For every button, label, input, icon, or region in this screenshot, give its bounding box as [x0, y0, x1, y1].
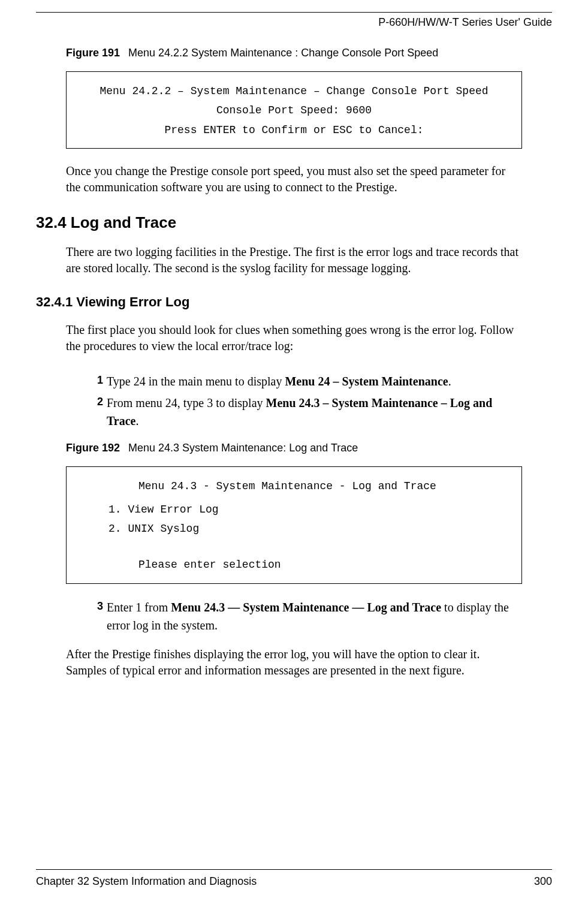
step-text-post: .: [136, 414, 139, 427]
section-heading-32-4: 32.4 Log and Trace: [36, 213, 552, 232]
console-line: Press ENTER to Confirm or ESC to Cancel:: [73, 120, 515, 140]
step-text: From menu 24, type 3 to display Menu 24.…: [107, 394, 522, 430]
step-number: 3: [90, 598, 103, 634]
step-text-post: .: [448, 375, 451, 388]
console-box-fig191: Menu 24.2.2 – System Maintenance – Chang…: [66, 71, 522, 149]
footer-page-number: 300: [534, 875, 552, 888]
step-list: 1 Type 24 in the main menu to display Me…: [90, 372, 522, 430]
step-number: 2: [90, 394, 103, 430]
console-title: Menu 24.3 - System Maintenance - Log and…: [73, 477, 515, 496]
step-text: Enter 1 from Menu 24.3 — System Maintena…: [107, 598, 522, 634]
step-list: 3 Enter 1 from Menu 24.3 — System Mainte…: [90, 598, 522, 634]
header-guide-title: P-660H/HW/W-T Series User' Guide: [36, 16, 552, 29]
figure-191-caption: Figure 191Menu 24.2.2 System Maintenance…: [66, 47, 552, 59]
figure-192-label: Figure 192: [66, 442, 120, 454]
console-prompt: Please enter selection: [73, 555, 515, 574]
step-item: 3 Enter 1 from Menu 24.3 — System Mainte…: [90, 598, 522, 634]
console-option: 2. UNIX Syslog: [73, 519, 515, 538]
step-number: 1: [90, 372, 103, 390]
console-box-fig192: Menu 24.3 - System Maintenance - Log and…: [66, 466, 522, 584]
footer-chapter: Chapter 32 System Information and Diagno…: [36, 875, 257, 888]
step-text-pre: Enter 1 from: [107, 601, 171, 614]
step-text-pre: Type 24 in the main menu to display: [107, 375, 285, 388]
console-option: 1. View Error Log: [73, 500, 515, 519]
console-line: Console Port Speed: 9600: [73, 101, 515, 120]
step-item: 1 Type 24 in the main menu to display Me…: [90, 372, 522, 390]
step-text-pre: From menu 24, type 3 to display: [107, 396, 266, 409]
subsection-heading-32-4-1: 32.4.1 Viewing Error Log: [36, 294, 552, 310]
paragraph: Once you change the Prestige console por…: [66, 163, 522, 195]
paragraph: After the Prestige finishes displaying t…: [66, 646, 522, 679]
step-text-bold: Menu 24 – System Maintenance: [285, 375, 448, 388]
figure-191-caption-text: Menu 24.2.2 System Maintenance : Change …: [128, 47, 438, 59]
step-item: 2 From menu 24, type 3 to display Menu 2…: [90, 394, 522, 430]
paragraph: The first place you should look for clue…: [66, 322, 522, 354]
figure-192-caption: Figure 192Menu 24.3 System Maintenance: …: [66, 442, 552, 454]
step-text-bold: Menu 24.3 — System Maintenance — Log and…: [171, 601, 441, 614]
step-text: Type 24 in the main menu to display Menu…: [107, 372, 451, 390]
console-line: Menu 24.2.2 – System Maintenance – Chang…: [73, 82, 515, 101]
figure-192-caption-text: Menu 24.3 System Maintenance: Log and Tr…: [128, 442, 358, 454]
paragraph: There are two logging facilities in the …: [66, 244, 522, 276]
figure-191-label: Figure 191: [66, 47, 120, 59]
